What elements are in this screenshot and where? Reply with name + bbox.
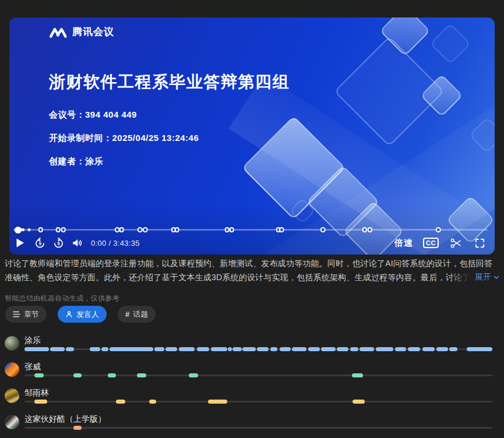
speech-segment[interactable] <box>197 347 210 351</box>
speech-segment[interactable] <box>108 373 116 377</box>
clip-button[interactable] <box>449 235 463 251</box>
chapter-marker[interactable] <box>320 227 326 232</box>
speech-segment[interactable] <box>34 400 47 404</box>
speech-segment[interactable] <box>360 347 374 351</box>
speech-segment[interactable] <box>270 347 278 351</box>
video-player[interactable]: 腾讯会议 浙财软件工程系毕业答辩第四组 会议号： 394 404 449 开始录… <box>9 17 495 255</box>
speech-segment[interactable] <box>257 347 269 351</box>
avatar[interactable] <box>5 362 19 377</box>
avatar[interactable] <box>5 415 19 429</box>
speaker-row: 涂乐 <box>5 335 492 352</box>
expand-summary-link[interactable]: 展开 <box>450 270 499 284</box>
speech-segment[interactable] <box>467 347 492 351</box>
speech-segment[interactable] <box>292 347 306 351</box>
speech-segment[interactable] <box>154 347 164 351</box>
meeting-number-label: 会议号： <box>49 110 85 121</box>
fullscreen-button[interactable] <box>473 235 487 251</box>
tab-topics[interactable]: # 话题 <box>118 306 156 323</box>
fullscreen-icon <box>474 238 485 249</box>
speech-segment[interactable] <box>436 347 447 351</box>
creator-label: 创建者： <box>49 156 85 167</box>
chapter-marker[interactable] <box>61 227 66 232</box>
playhead-handle[interactable] <box>15 227 22 234</box>
chapter-marker[interactable] <box>362 227 367 232</box>
meeting-meta: 会议号： 394 404 449 开始录制时间： 2025/04/25 13:2… <box>49 110 199 167</box>
speech-segment[interactable] <box>211 347 227 351</box>
chapter-marker[interactable] <box>138 227 143 232</box>
speech-segment[interactable] <box>376 347 393 351</box>
forward-5s-button[interactable]: 5 <box>49 235 68 251</box>
speech-segment[interactable] <box>137 373 146 377</box>
chapter-marker[interactable] <box>55 227 61 232</box>
speech-segment[interactable] <box>337 347 348 351</box>
chapter-marker[interactable] <box>279 227 284 232</box>
volume-icon <box>71 237 83 249</box>
chapter-marker[interactable] <box>436 227 441 232</box>
speech-segment[interactable] <box>34 373 44 377</box>
progress-bar[interactable] <box>14 227 488 232</box>
progress-track[interactable] <box>14 229 488 231</box>
speech-segment[interactable] <box>308 347 319 351</box>
progress-mini-dot <box>28 228 31 231</box>
avatar[interactable] <box>5 336 19 351</box>
speech-segment[interactable] <box>101 347 108 351</box>
hash-icon: # <box>125 310 129 319</box>
speech-segment[interactable] <box>350 347 358 351</box>
speech-segment[interactable] <box>232 347 241 351</box>
avatar[interactable] <box>5 388 19 403</box>
speaker-timeline[interactable] <box>24 426 492 430</box>
meeting-title: 浙财软件工程系毕业答辩第四组 <box>49 71 290 93</box>
chapter-marker[interactable] <box>174 227 179 232</box>
chapter-marker[interactable] <box>143 227 148 232</box>
speech-segment[interactable] <box>73 373 82 377</box>
tab-speakers-label: 发言人 <box>76 309 99 320</box>
list-icon <box>13 311 20 317</box>
speech-segment[interactable] <box>321 347 336 351</box>
speech-segment[interactable] <box>116 400 125 404</box>
speaker-name: 张威 <box>24 362 492 371</box>
cc-subtitles-button[interactable]: CC <box>423 238 439 248</box>
volume-button[interactable] <box>68 235 86 251</box>
speech-segment[interactable] <box>189 373 198 377</box>
tab-topics-label: 话题 <box>133 309 148 320</box>
chapter-marker[interactable] <box>230 227 235 232</box>
tencent-meeting-logo-icon <box>49 26 68 38</box>
speech-segment[interactable] <box>422 347 435 351</box>
speech-segment[interactable] <box>352 373 363 377</box>
speech-segment[interactable] <box>408 347 421 351</box>
chapter-marker[interactable] <box>119 227 124 232</box>
speaker-timeline[interactable] <box>24 373 492 377</box>
chapter-marker[interactable] <box>367 227 372 232</box>
speaker-timeline[interactable] <box>24 347 492 351</box>
speech-segment[interactable] <box>110 347 153 351</box>
tab-chapters[interactable]: 章节 <box>5 306 47 323</box>
tab-speakers[interactable]: 发言人 <box>58 306 107 323</box>
speech-segment[interactable] <box>66 347 74 351</box>
speech-segment[interactable] <box>353 400 365 404</box>
speaker-timeline[interactable] <box>24 400 492 404</box>
timeline-track <box>24 427 492 429</box>
speech-segment[interactable] <box>228 347 231 351</box>
speech-segment[interactable] <box>395 347 406 351</box>
speech-segment[interactable] <box>449 347 457 351</box>
section-tabs: 章节 发言人 # 话题 <box>5 306 156 323</box>
chapter-marker[interactable] <box>38 227 43 232</box>
expand-label: 展开 <box>475 272 491 282</box>
player-controls: 5 5 0:00 / 3:43:35 倍速 CC <box>15 234 487 252</box>
speech-segment[interactable] <box>242 347 255 351</box>
rewind-5s-button[interactable]: 5 <box>30 235 49 251</box>
playback-speed-button[interactable]: 倍速 <box>394 238 413 249</box>
speech-segment[interactable] <box>149 400 156 404</box>
speech-segment[interactable] <box>165 347 177 351</box>
speech-segment[interactable] <box>73 426 82 430</box>
play-button[interactable] <box>15 235 30 251</box>
speech-segment[interactable] <box>179 347 195 351</box>
timeline-track <box>24 401 492 402</box>
speech-segment[interactable] <box>24 347 49 351</box>
speech-segment[interactable] <box>90 347 100 351</box>
speech-segment[interactable] <box>280 347 291 351</box>
chevron-down-icon <box>494 275 499 280</box>
speech-segment[interactable] <box>208 400 227 404</box>
timeline-track <box>24 375 492 376</box>
speech-segment[interactable] <box>50 347 65 351</box>
